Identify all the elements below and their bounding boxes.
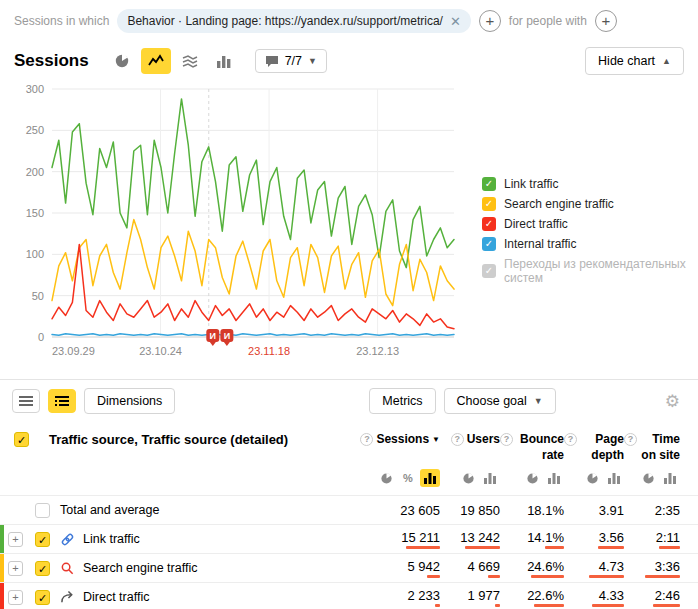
- sort-desc-icon: ▼: [432, 435, 440, 445]
- hide-chart-button[interactable]: Hide chart ▲: [585, 47, 684, 75]
- table-row-search-traffic[interactable]: + ✓ Search engine traffic 5 942 4 669 24…: [0, 553, 698, 582]
- table-row-direct-traffic[interactable]: + ✓ Direct traffic 2 233 1 977 22.6% 4.3…: [0, 582, 698, 609]
- bars-view-icon[interactable]: [660, 469, 680, 487]
- sessions-value: 15 211: [401, 530, 440, 545]
- row-checkbox[interactable]: ✓: [35, 590, 50, 605]
- sessions-line-chart[interactable]: 05010015020025030023.09.2923.10.2423.11.…: [6, 79, 468, 363]
- table-row-total[interactable]: ✓ Total and average 23 605 19 850 18.1% …: [0, 495, 698, 524]
- row-checkbox[interactable]: ✓: [35, 532, 50, 547]
- table-toolbar: Dimensions Metrics Choose goal ▼ ⚙: [0, 380, 698, 422]
- bars-view-icon[interactable]: [604, 469, 624, 487]
- legend-checkbox[interactable]: ✓: [482, 177, 496, 191]
- time-value: 2:46: [655, 588, 680, 603]
- column-chart-icon: [216, 53, 232, 69]
- users-value: 19 850: [460, 503, 500, 518]
- tree-list-icon: [55, 395, 69, 407]
- legend-item[interactable]: ✓Internal traffic: [482, 237, 698, 251]
- filter-chip[interactable]: Behavior · Landing page: https://yandex.…: [117, 9, 470, 33]
- help-icon[interactable]: ?: [624, 433, 637, 446]
- svg-text:250: 250: [26, 124, 44, 136]
- column-header-users[interactable]: ? Users: [440, 432, 500, 448]
- flat-list-view-button[interactable]: [12, 389, 40, 413]
- row-checkbox[interactable]: ✓: [35, 503, 50, 518]
- time-value: 2:35: [655, 503, 680, 518]
- search-engine-icon: [60, 561, 76, 576]
- legend-item[interactable]: ✓Переходы из рекомендательных систем: [482, 257, 698, 285]
- chip-remove-icon[interactable]: ✕: [450, 15, 461, 28]
- row-label: Total and average: [60, 503, 159, 517]
- pie-view-icon[interactable]: [582, 469, 602, 487]
- add-people-filter-button[interactable]: +: [595, 10, 617, 32]
- add-session-filter-button[interactable]: +: [479, 10, 501, 32]
- depth-value: 3.56: [599, 530, 624, 545]
- dimensions-button[interactable]: Dimensions: [84, 388, 175, 414]
- column-header-time-on-site[interactable]: ? Time on site: [624, 432, 680, 463]
- link-traffic-icon: [60, 532, 76, 547]
- chart-type-area-button[interactable]: [175, 48, 205, 74]
- column-header-sessions[interactable]: ? Sessions ▼: [352, 432, 440, 448]
- legend-checkbox[interactable]: ✓: [482, 217, 496, 231]
- legend-label: Link traffic: [504, 177, 558, 191]
- help-icon[interactable]: ?: [564, 433, 577, 446]
- help-icon[interactable]: ?: [360, 433, 373, 446]
- legend-item[interactable]: ✓Search engine traffic: [482, 197, 698, 211]
- svg-text:50: 50: [32, 290, 44, 302]
- pie-chart-icon: [114, 53, 130, 69]
- column-label: Bounce rate: [516, 432, 564, 463]
- pie-view-icon[interactable]: [522, 469, 542, 487]
- sessions-value: 2 233: [407, 588, 440, 603]
- annotations-dropdown[interactable]: 7/7 ▼: [255, 49, 327, 73]
- column-header-page-depth[interactable]: ? Page depth: [564, 432, 624, 463]
- filter-suffix-label: for people with: [509, 14, 587, 28]
- chart-type-pie-button[interactable]: [107, 48, 137, 74]
- tree-view-button[interactable]: [48, 389, 76, 413]
- select-all-checkbox[interactable]: ✓: [14, 432, 29, 447]
- flat-list-icon: [19, 395, 33, 407]
- bars-view-icon[interactable]: [480, 469, 500, 487]
- legend-item[interactable]: ✓Direct traffic: [482, 217, 698, 231]
- value-bar: [488, 575, 500, 578]
- bounce-value: 14.1%: [527, 530, 564, 545]
- sessions-value: 5 942: [407, 559, 440, 574]
- expand-row-button[interactable]: +: [8, 532, 23, 547]
- svg-text:23.10.24: 23.10.24: [139, 345, 182, 357]
- bounce-value: 22.6%: [527, 588, 564, 603]
- row-checkbox[interactable]: ✓: [35, 561, 50, 576]
- legend-checkbox[interactable]: ✓: [482, 197, 496, 211]
- expand-row-button[interactable]: +: [8, 561, 23, 576]
- legend-checkbox[interactable]: ✓: [482, 237, 496, 251]
- expand-row-button[interactable]: +: [8, 590, 23, 605]
- chart-type-columns-button[interactable]: [209, 48, 239, 74]
- svg-text:0: 0: [38, 331, 44, 343]
- table-row-link-traffic[interactable]: + ✓ Link traffic 15 211 13 242 14.1% 3.5…: [0, 524, 698, 553]
- legend-label: Переходы из рекомендательных систем: [504, 257, 698, 285]
- legend-checkbox[interactable]: ✓: [482, 264, 496, 278]
- choose-goal-button[interactable]: Choose goal ▼: [444, 388, 556, 414]
- metrics-button[interactable]: Metrics: [369, 388, 435, 414]
- row-color-strip: [0, 554, 4, 582]
- legend-item[interactable]: ✓Link traffic: [482, 177, 698, 191]
- gear-icon[interactable]: ⚙: [665, 391, 680, 412]
- pie-view-icon[interactable]: [376, 469, 396, 487]
- chart-legend: ✓Link traffic✓Search engine traffic✓Dire…: [482, 177, 698, 285]
- legend-label: Search engine traffic: [504, 197, 614, 211]
- bars-view-icon[interactable]: [544, 469, 564, 487]
- legend-label: Internal traffic: [504, 237, 576, 251]
- depth-value: 3.91: [599, 503, 624, 518]
- depth-value: 4.73: [599, 559, 624, 574]
- column-label: Page depth: [580, 432, 624, 463]
- help-icon[interactable]: ?: [451, 433, 464, 446]
- users-value: 1 977: [467, 588, 500, 603]
- help-icon[interactable]: ?: [500, 433, 513, 446]
- chart-type-line-button[interactable]: [141, 48, 171, 74]
- pie-view-icon[interactable]: [458, 469, 478, 487]
- percent-view-icon[interactable]: %: [398, 469, 418, 487]
- page-title: Sessions: [14, 51, 89, 71]
- column-header-bounce-rate[interactable]: ? Bounce rate: [500, 432, 564, 463]
- filter-bar: Sessions in which Behavior · Landing pag…: [0, 0, 698, 39]
- bounce-value: 24.6%: [527, 559, 564, 574]
- comment-icon: [265, 55, 279, 68]
- pie-view-icon[interactable]: [638, 469, 658, 487]
- bars-view-icon[interactable]: [420, 469, 440, 487]
- row-color-strip: [0, 583, 4, 609]
